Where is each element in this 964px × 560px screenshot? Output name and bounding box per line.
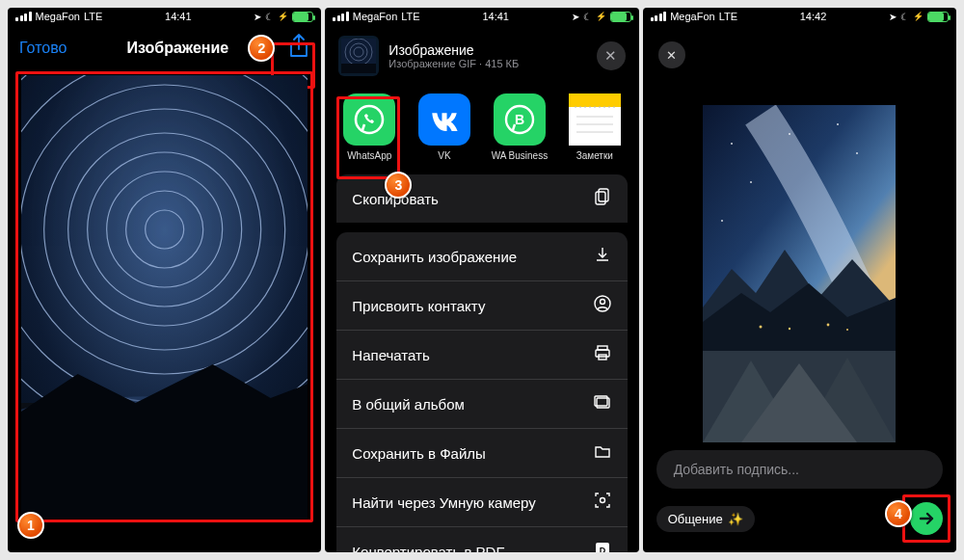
- charging-icon: ⚡: [278, 12, 288, 21]
- share-sheet-header: Изображение Изображение GIF · 415 КБ ✕: [325, 24, 638, 88]
- action-copy[interactable]: Скопировать: [336, 174, 627, 223]
- action-smart-camera[interactable]: Найти через Умную камеру: [336, 478, 627, 527]
- copy-icon: [593, 187, 612, 210]
- caption-placeholder: Добавить подпись...: [674, 462, 799, 477]
- action-assign-contact[interactable]: Присвоить контакту: [336, 281, 627, 331]
- svg-text:D: D: [599, 546, 605, 552]
- share-thumbnail: [338, 36, 379, 76]
- svg-point-47: [827, 324, 830, 327]
- location-icon: ➤: [889, 12, 897, 22]
- annotation-frame-3: [336, 96, 400, 179]
- battery-icon: [610, 12, 631, 22]
- svg-point-44: [837, 123, 839, 125]
- status-bar: MegaFon LTE 14:41 ➤ ☾ ⚡: [325, 8, 638, 24]
- status-bar: MegaFon LTE 14:42 ➤ ☾ ⚡: [643, 8, 956, 24]
- vk-icon: [418, 93, 470, 146]
- annotation-1: 1: [17, 512, 44, 539]
- action-save-image[interactable]: Сохранить изображение: [336, 232, 627, 281]
- location-icon: ➤: [572, 12, 579, 22]
- svg-point-29: [600, 300, 604, 305]
- signal-icon: [15, 12, 32, 21]
- phone-screen-1: MegaFon LTE 14:41 ➤ ☾ ⚡ Готово Изображен…: [8, 8, 321, 552]
- album-icon: [593, 392, 612, 415]
- network-label: LTE: [401, 11, 419, 22]
- phone-screen-2: MegaFon LTE 14:41 ➤ ☾ ⚡ Изображение Изоб…: [325, 8, 638, 552]
- pdf-icon: D: [593, 540, 612, 552]
- svg-rect-27: [596, 192, 605, 204]
- signal-icon: [333, 12, 349, 21]
- svg-rect-16: [341, 64, 376, 73]
- recipient-chip[interactable]: Общение ✨: [656, 506, 755, 532]
- svg-point-45: [760, 326, 763, 329]
- action-print[interactable]: Напечатать: [336, 331, 627, 380]
- location-icon: ➤: [254, 12, 261, 22]
- dnd-icon: ☾: [583, 12, 592, 22]
- carrier-label: MegaFon: [353, 11, 397, 22]
- charging-icon: ⚡: [913, 12, 924, 21]
- svg-point-48: [846, 329, 848, 331]
- person-circle-icon: [593, 294, 612, 317]
- close-button[interactable]: ✕: [658, 41, 685, 68]
- svg-point-39: [731, 143, 733, 145]
- svg-point-40: [750, 181, 752, 183]
- action-save-files[interactable]: Сохранить в Файлы: [336, 429, 627, 478]
- close-button[interactable]: ✕: [597, 41, 626, 70]
- charging-icon: ⚡: [596, 12, 606, 21]
- download-icon: [593, 245, 612, 268]
- annotation-frame-1: [15, 71, 313, 522]
- share-app-wabusiness[interactable]: B WA Business: [493, 93, 547, 161]
- signal-icon: [651, 12, 667, 21]
- clock-label: 14:42: [800, 11, 827, 22]
- svg-rect-26: [599, 189, 608, 201]
- svg-point-41: [721, 220, 723, 222]
- annotation-4: 4: [885, 500, 912, 527]
- share-actions-list: Скопировать Сохранить изображение Присво…: [325, 174, 638, 552]
- caption-input[interactable]: Добавить подпись...: [656, 450, 943, 489]
- image-preview[interactable]: [21, 75, 308, 519]
- action-convert-pdf[interactable]: Конвертировать в PDF D: [336, 527, 627, 552]
- network-label: LTE: [84, 11, 102, 22]
- svg-rect-21: [569, 107, 621, 146]
- battery-icon: [292, 12, 313, 22]
- sparkle-icon: ✨: [728, 512, 743, 526]
- clock-label: 14:41: [482, 11, 509, 22]
- network-label: LTE: [719, 11, 737, 22]
- whatsapp-header: ✕: [643, 24, 956, 86]
- carrier-label: MegaFon: [36, 11, 80, 22]
- share-app-vk[interactable]: VK: [417, 93, 471, 161]
- scan-icon: [593, 491, 612, 514]
- share-title: Изображение: [388, 42, 519, 58]
- svg-point-42: [789, 133, 790, 135]
- svg-text:B: B: [515, 112, 524, 127]
- status-bar: MegaFon LTE 14:41 ➤ ☾ ⚡: [8, 8, 321, 24]
- whatsapp-image-preview[interactable]: [703, 105, 896, 442]
- phone-screen-3: MegaFon LTE 14:42 ➤ ☾ ⚡ ✕: [643, 8, 956, 552]
- share-app-notes[interactable]: Заметки: [568, 93, 622, 161]
- dnd-icon: ☾: [900, 12, 909, 22]
- notes-icon: [569, 93, 621, 146]
- svg-rect-31: [596, 350, 609, 357]
- clock-label: 14:41: [165, 11, 192, 22]
- dnd-icon: ☾: [265, 12, 274, 22]
- svg-rect-20: [569, 93, 621, 107]
- svg-point-35: [600, 498, 604, 503]
- share-subtitle: Изображение GIF · 415 КБ: [388, 58, 519, 69]
- svg-point-43: [856, 152, 858, 154]
- wa-business-icon: B: [494, 93, 546, 146]
- done-button[interactable]: Готово: [19, 40, 67, 57]
- svg-point-46: [789, 328, 790, 330]
- carrier-label: MegaFon: [670, 11, 714, 22]
- action-shared-album[interactable]: В общий альбом: [336, 380, 627, 429]
- battery-icon: [927, 12, 949, 22]
- page-title: Изображение: [126, 40, 228, 57]
- folder-icon: [593, 441, 612, 465]
- printer-icon: [593, 343, 612, 366]
